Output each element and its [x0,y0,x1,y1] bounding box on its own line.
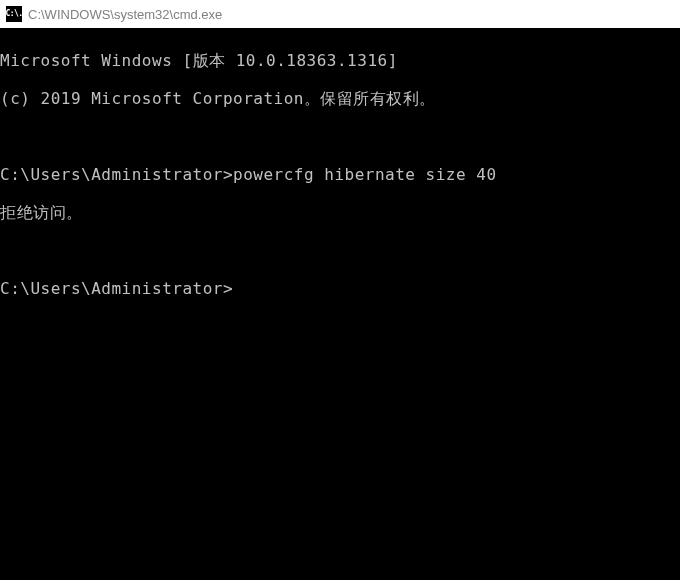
terminal-output[interactable]: Microsoft Windows [版本 10.0.18363.1316] (… [0,28,680,580]
cmd-icon: C:\. [6,6,22,22]
terminal-prompt[interactable]: C:\Users\Administrator> [0,279,680,298]
terminal-line [0,127,680,146]
window-title: C:\WINDOWS\system32\cmd.exe [28,7,222,22]
window-titlebar[interactable]: C:\. C:\WINDOWS\system32\cmd.exe [0,0,680,28]
terminal-line [0,241,680,260]
terminal-line: (c) 2019 Microsoft Corporation。保留所有权利。 [0,89,680,108]
terminal-line: Microsoft Windows [版本 10.0.18363.1316] [0,51,680,70]
terminal-line: C:\Users\Administrator>powercfg hibernat… [0,165,680,184]
cmd-icon-text: C:\. [5,10,22,18]
terminal-line: 拒绝访问。 [0,203,680,222]
